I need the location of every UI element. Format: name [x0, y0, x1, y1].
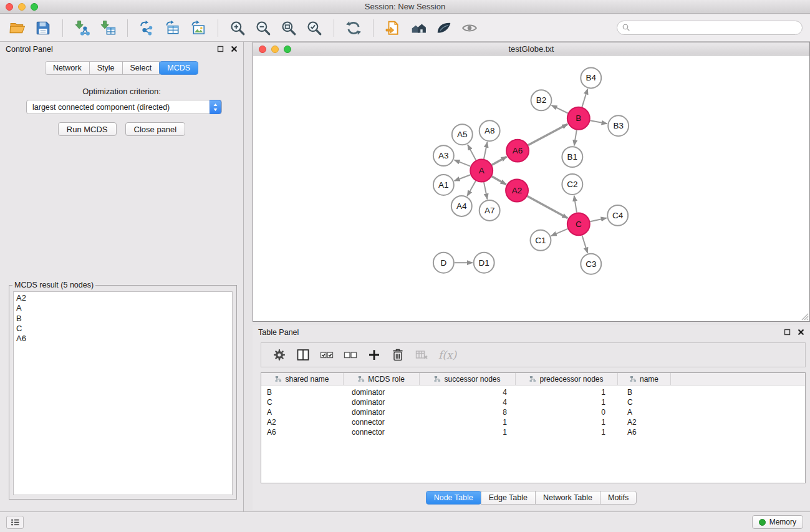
edge-A-A7[interactable]	[484, 182, 488, 199]
edge-C-C1[interactable]	[551, 229, 567, 236]
table-cell[interactable]: 1	[516, 387, 618, 397]
zoom-in-button[interactable]	[228, 17, 248, 39]
node-A6[interactable]: A6	[506, 140, 529, 162]
table-cell[interactable]: A6	[261, 427, 344, 437]
node-A8[interactable]: A8	[480, 120, 500, 141]
table-cell[interactable]: dominator	[344, 407, 420, 417]
table-row[interactable]: Bdominator41B	[261, 387, 805, 397]
table-cell[interactable]: 4	[420, 397, 516, 407]
table-cell[interactable]: C	[261, 397, 344, 407]
node-A5[interactable]: A5	[452, 124, 473, 145]
table-cell[interactable]: A2	[618, 417, 671, 427]
export-image-button[interactable]	[188, 17, 208, 39]
deselect-all-button[interactable]	[339, 344, 362, 365]
node-A1[interactable]: A1	[433, 175, 454, 195]
node-B[interactable]: B	[567, 107, 590, 130]
edge-A-A2[interactable]	[492, 177, 506, 185]
function-builder-button[interactable]: f(x)	[438, 349, 456, 361]
table-row[interactable]: Cdominator41C	[261, 397, 805, 407]
edge-B-B3[interactable]	[590, 120, 607, 123]
edge-A6-B[interactable]	[528, 124, 567, 145]
show-columns-button[interactable]	[291, 344, 315, 365]
task-history-button[interactable]	[6, 516, 24, 529]
add-column-button[interactable]	[362, 344, 386, 365]
node-C2[interactable]: C2	[562, 174, 582, 195]
edge-C-C2[interactable]	[574, 196, 577, 213]
table-cell[interactable]: A6	[618, 427, 671, 437]
table-cell[interactable]: 8	[420, 407, 516, 417]
tab-style[interactable]: Style	[89, 61, 123, 75]
result-item[interactable]: B	[14, 314, 232, 324]
open-session-button[interactable]	[7, 17, 27, 39]
tab-select[interactable]: Select	[122, 61, 160, 75]
network-window-titlebar[interactable]: testGlobe.txt	[253, 42, 809, 56]
import-table-button[interactable]	[98, 17, 118, 39]
zoom-network-window-button[interactable]	[284, 46, 291, 53]
eye-button[interactable]	[460, 17, 480, 39]
node-C[interactable]: C	[567, 213, 590, 235]
result-item[interactable]: A	[14, 303, 232, 313]
table-row[interactable]: Adominator80A	[261, 407, 805, 417]
column-header-predecessor-nodes[interactable]: predecessor nodes	[516, 373, 618, 385]
table-cell[interactable]: A	[261, 407, 344, 417]
close-panel-icon[interactable]	[798, 329, 804, 336]
export-table-button[interactable]	[163, 17, 183, 39]
column-header-successor-nodes[interactable]: successor nodes	[420, 373, 516, 385]
edge-C-C4[interactable]	[590, 218, 606, 221]
delete-table-button[interactable]	[410, 344, 433, 365]
dropdown-stepper[interactable]	[210, 100, 221, 114]
node-B1[interactable]: B1	[562, 147, 582, 167]
edge-B-B4[interactable]	[582, 89, 587, 107]
export-network-button[interactable]	[137, 17, 157, 39]
table-cell[interactable]: B	[618, 387, 671, 397]
node-A3[interactable]: A3	[433, 145, 454, 166]
table-cell[interactable]: connector	[344, 417, 420, 427]
table-cell[interactable]: connector	[344, 427, 420, 437]
node-D1[interactable]: D1	[474, 253, 494, 273]
search-input[interactable]	[617, 21, 803, 35]
node-B3[interactable]: B3	[608, 115, 629, 136]
network-canvas[interactable]: B4B2BB3A5A8A6A3B1AC2A1A2A4A7C4CC1C3DD1	[253, 56, 809, 321]
report-button[interactable]	[383, 17, 403, 39]
tab-network-table[interactable]: Network Table	[535, 491, 600, 505]
node-C3[interactable]: C3	[581, 254, 601, 274]
node-C1[interactable]: C1	[531, 230, 551, 251]
table-cell[interactable]: 1	[420, 417, 516, 427]
edge-A-A5[interactable]	[468, 145, 476, 160]
table-cell[interactable]: A2	[261, 417, 344, 427]
badge-button[interactable]	[434, 17, 454, 39]
result-item[interactable]: C	[14, 324, 232, 334]
column-header-name[interactable]: name	[618, 373, 671, 385]
edge-A-A6[interactable]	[492, 157, 507, 165]
column-header-MCDS-role[interactable]: MCDS role	[344, 373, 420, 385]
node-A[interactable]: A	[470, 160, 493, 182]
close-window-button[interactable]	[6, 3, 13, 11]
minimize-network-window-button[interactable]	[271, 46, 279, 53]
home-button[interactable]	[408, 17, 428, 39]
tab-network[interactable]: Network	[45, 61, 90, 75]
delete-column-button[interactable]	[386, 344, 410, 365]
edge-A-A1[interactable]	[455, 175, 471, 181]
node-A2[interactable]: A2	[506, 180, 528, 202]
edge-A-A3[interactable]	[455, 160, 471, 166]
import-network-button[interactable]	[72, 17, 92, 39]
table-cell[interactable]: C	[618, 397, 671, 407]
edge-A-A8[interactable]	[484, 142, 488, 159]
minimize-window-button[interactable]	[18, 3, 26, 11]
tab-motifs[interactable]: Motifs	[600, 491, 637, 505]
result-item[interactable]: A6	[14, 334, 232, 344]
edge-B-B2[interactable]	[552, 105, 568, 114]
zoom-out-button[interactable]	[253, 17, 273, 39]
tab-node-table[interactable]: Node Table	[426, 491, 481, 505]
node-A7[interactable]: A7	[480, 200, 500, 221]
close-panel-button[interactable]: Close panel	[125, 122, 186, 136]
tab-edge-table[interactable]: Edge Table	[481, 491, 536, 505]
table-settings-button[interactable]	[268, 344, 291, 365]
mcds-result-list[interactable]: A2ABCA6	[13, 291, 233, 495]
table-cell[interactable]: 4	[420, 387, 516, 397]
edge-B-B1[interactable]	[574, 130, 577, 145]
table-cell[interactable]: 1	[516, 417, 618, 427]
result-item[interactable]: A2	[14, 293, 232, 303]
tab-mcds[interactable]: MCDS	[159, 61, 198, 75]
edge-C-C3[interactable]	[582, 235, 587, 253]
